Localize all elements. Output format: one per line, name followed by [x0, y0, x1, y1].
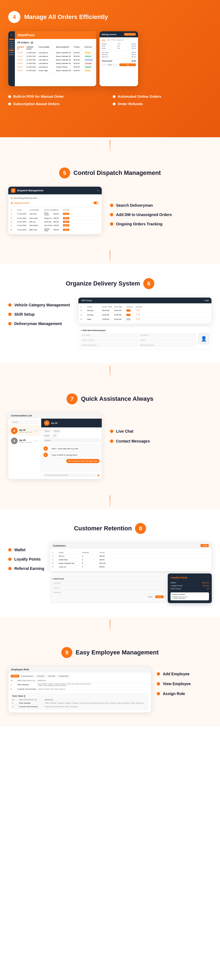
phone-field[interactable]: Phone +1 (234) [80, 338, 138, 342]
avatar-upload[interactable]: 👤 [198, 333, 209, 344]
email-field[interactable]: Email [43, 434, 51, 438]
feature-add-dm-text: Add DM to Unassigned Orders [116, 212, 172, 217]
next-button[interactable]: Next [146, 595, 154, 598]
id-field[interactable]: ID [52, 434, 58, 438]
print-button[interactable]: Print [102, 64, 118, 66]
dispatch-icon: ⊞ [11, 188, 15, 193]
feature-dot [8, 322, 11, 325]
section-7-features: Live Chat Contact Messages [110, 413, 212, 449]
table-row: #10046 12 JAN 2021 Ladi Jidenna Mueen Ga… [17, 58, 94, 62]
add-customer-button[interactable]: + Add [201, 544, 209, 547]
section-7-title: Quick Assistance Always [81, 395, 153, 402]
shift-setup-window: Shift Setup + Add # NAME START TIME END … [78, 297, 212, 324]
chat-avatar: A [11, 427, 18, 434]
save-button[interactable]: Save [156, 595, 164, 598]
total-row: Total Amount $3.00 [102, 60, 136, 62]
loyalty-row: Total Orders: 12 [170, 587, 209, 590]
lastname-field[interactable]: Last Name [139, 333, 196, 337]
feature-dot [113, 95, 116, 98]
fund-form: Customer Amount Reference [52, 581, 164, 594]
orders-mockup: S StackFood All Orders 96 [8, 31, 96, 86]
chat-list-item[interactable]: A Ap #ff Please reply here 10:00 [8, 426, 41, 436]
status-toggle[interactable] [126, 309, 131, 312]
chat-search-input[interactable]: Search [10, 420, 39, 424]
print-invoice-button[interactable]: Print Invoice [124, 33, 136, 36]
dispatch-table-row: 5 14 Jan 2021 Mike Chen Noodle Shop $42.… [10, 227, 100, 232]
feature-dot [110, 213, 113, 216]
table-row: #10043 12 JAN 2021 Craker Jager Mueen Ga… [17, 69, 94, 72]
edit-icon[interactable]: ✎ [136, 313, 138, 316]
assign-button[interactable]: Assign [63, 224, 69, 226]
message-bubble: Hello, I need help with my order [49, 446, 80, 451]
customer-row[interactable]: 1 Raj T'yt 5 $45.00 [52, 555, 209, 558]
deliveryman-type-field[interactable]: Deliveryman Type [139, 343, 196, 347]
assign-button[interactable]: Assign [63, 217, 69, 220]
dispatch-table-row: 3 14 Jan 2021 Bob Lee Sushi Bar $55.00 A… [10, 220, 100, 224]
status-toggle[interactable] [126, 318, 131, 320]
invoice-row: Drink5%$1.50 [102, 47, 136, 49]
tab-add-staff[interactable]: Add Staff [47, 675, 57, 678]
amount-field[interactable]: Amount [52, 586, 164, 590]
firstname-field[interactable]: First Name [80, 333, 138, 337]
feature-vehicle: Vehicle Category Management [8, 303, 70, 307]
email-field[interactable]: Email [139, 338, 196, 342]
identity-type-field[interactable]: Select Identity Type [80, 343, 138, 347]
view-button[interactable]: View [119, 64, 136, 66]
status-toggle[interactable] [126, 314, 131, 316]
role-table-header: SL EMPLOYEE ROLE LIST MODULES [11, 679, 149, 682]
feature-add-employee: Add Employee [157, 672, 212, 676]
send-icon[interactable]: ➤ [97, 473, 100, 477]
assign-button[interactable]: Assign [63, 229, 69, 231]
chat-message: A Order #10045 is missing items [43, 453, 100, 457]
section-9: 9 Easy Employee Management Employee Role… [0, 633, 220, 726]
customer-row[interactable]: 3 Mueen Gabrielle Test 8 $112.00 [52, 562, 209, 565]
menu-ongoing[interactable]: Ongoing Orders [11, 202, 29, 204]
chat-message: A Hello, I need help with my order [43, 446, 100, 451]
menu-search-dm[interactable]: Searching Delivery Man ... [8, 196, 102, 200]
invoice-popup: Billing Invoice Print Invoice Item VAT P… [100, 31, 138, 86]
ongoing-toggle-row: Ongoing Orders [8, 200, 102, 205]
employee-body: Default EmployeeName All Orders Add Staf… [8, 673, 151, 712]
employee-mockup: Employee Role Default EmployeeName All O… [8, 666, 151, 713]
vat-row: VAT/Tax $0.00 [102, 54, 136, 56]
address-field[interactable]: Address [43, 438, 100, 442]
section-7-number: 7 [67, 393, 77, 404]
feature-wallet-text: Wallet [14, 548, 26, 552]
edit-icon[interactable]: ✎ [136, 309, 138, 312]
delete-icon[interactable]: ✕ [138, 318, 140, 320]
section-4: 4 Manage All Orders Efficiently S [0, 0, 220, 137]
assign-button[interactable]: Assign [63, 213, 69, 215]
chat-main: A Ap #ff Name Phone Email ID [41, 418, 102, 479]
ongoing-toggle[interactable] [93, 202, 99, 204]
customer-field[interactable]: Customer [52, 581, 164, 585]
customer-row[interactable]: 2 Haikal Diata 3 $28.00 [52, 558, 209, 562]
reference-field[interactable]: Reference [52, 590, 164, 594]
dispatch-table-header: # DATE CUSTOMER RESTAURANT TOTAL ACTION [10, 208, 100, 212]
section-8-title: Customer Retention [74, 525, 132, 532]
delete-icon[interactable]: ✕ [138, 309, 140, 312]
edit-icon[interactable]: ✎ [136, 318, 138, 320]
tab-all-orders[interactable]: All Orders [35, 675, 46, 678]
assign-button[interactable]: Assign [63, 221, 69, 223]
delete-icon[interactable]: ✕ [138, 313, 140, 316]
chat-input[interactable]: Hi, if willing we can share a chat [43, 474, 96, 477]
feature-ongoing-tracking: Ongoing Orders Tracking [110, 222, 212, 226]
role-row: 1 Admin Manager Orders: Module, Category… [11, 682, 149, 687]
employee-tabs: Default EmployeeName All Orders Add Staf… [11, 675, 149, 678]
customers-window: Customers + Add # NAME ORDERS TOTAL 1 Ra… [50, 542, 212, 571]
section-9-number: 9 [61, 647, 72, 658]
connector-4-5 [0, 137, 220, 154]
loyalty-detail: Customer Details email@customer.com +1 (… [170, 592, 209, 600]
section-9-features: Add Employee View Employee Assign Role [157, 666, 212, 702]
phone-field[interactable]: Phone [52, 429, 61, 433]
chat-list-item[interactable]: A Ap #ff Please reply here 09:30 [8, 436, 41, 446]
feature-add-dm: Add DM to Unassigned Orders [110, 212, 212, 217]
feature-dot [157, 672, 160, 676]
customer-row[interactable]: 4 Linda Lee 2 $18.00 [52, 565, 209, 569]
tab-default[interactable]: Default [11, 675, 19, 678]
tab-update-staff[interactable]: Update Staff [57, 675, 69, 678]
orders-table-header: ORDER ID ORDER DATE CUSTOMER RESTAURANT … [17, 45, 94, 51]
tab-employee-name[interactable]: EmployeeName [20, 675, 35, 678]
name-field[interactable]: Name [43, 429, 51, 433]
chat-input-row: Hi, if willing we can share a chat ➤ [41, 471, 102, 479]
